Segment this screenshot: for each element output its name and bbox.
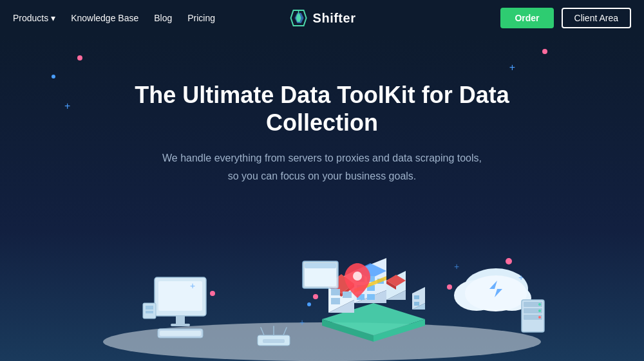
svg-rect-52 (305, 263, 336, 268)
hero-section: The Ultimate Data ToolKit for Data Colle… (0, 36, 644, 361)
nav-right: Order Client Area (500, 8, 631, 28)
nav-blog[interactable]: Blog (154, 13, 172, 23)
svg-rect-39 (367, 294, 375, 300)
svg-rect-6 (158, 281, 202, 311)
svg-rect-11 (146, 311, 153, 313)
decor-dot-1 (77, 55, 82, 60)
svg-rect-10 (146, 306, 153, 310)
order-button[interactable]: Order (500, 8, 553, 28)
client-area-button[interactable]: Client Area (562, 8, 631, 28)
hero-subtitle: We handle everything from servers to pro… (162, 149, 482, 184)
navbar: Products ▾ Knowledge Base Blog Pricing S… (0, 0, 644, 36)
svg-rect-27 (331, 289, 340, 295)
svg-text:+: + (299, 317, 305, 328)
svg-rect-48 (414, 295, 419, 299)
svg-point-4 (103, 322, 541, 361)
decor-dot-2 (52, 75, 55, 79)
nav-products[interactable]: Products ▾ (13, 13, 55, 23)
nav-pricing[interactable]: Pricing (187, 13, 215, 23)
svg-point-45 (353, 272, 362, 281)
svg-text:+: + (190, 281, 195, 291)
svg-point-61 (538, 303, 541, 306)
decor-dot-3 (542, 49, 547, 54)
svg-point-64 (313, 294, 318, 299)
nav-knowledge-base[interactable]: Knowledge Base (71, 13, 138, 23)
svg-text:+: + (454, 261, 459, 272)
logo-area[interactable]: Shifter (289, 8, 356, 28)
svg-point-65 (307, 302, 311, 306)
svg-rect-49 (414, 302, 419, 306)
nav-left: Products ▾ Knowledge Base Blog Pricing (13, 13, 215, 23)
svg-rect-8 (171, 324, 190, 326)
decor-plus-2: + (64, 100, 70, 112)
svg-rect-7 (176, 316, 185, 324)
svg-rect-28 (343, 292, 352, 298)
svg-rect-18 (263, 339, 285, 343)
svg-point-63 (538, 316, 541, 319)
svg-point-68 (210, 291, 215, 296)
svg-text:+: + (518, 272, 524, 282)
svg-point-67 (506, 258, 512, 264)
logo-text: Shifter (313, 11, 356, 26)
svg-point-62 (538, 310, 541, 312)
svg-rect-29 (331, 298, 340, 304)
svg-rect-13 (160, 331, 201, 336)
hero-illustration: + + + + (97, 194, 547, 361)
decor-plus-1: + (509, 62, 515, 73)
svg-point-66 (447, 284, 452, 290)
logo-icon (289, 8, 309, 28)
hero-title: The Ultimate Data ToolKit for Data Colle… (97, 81, 547, 136)
